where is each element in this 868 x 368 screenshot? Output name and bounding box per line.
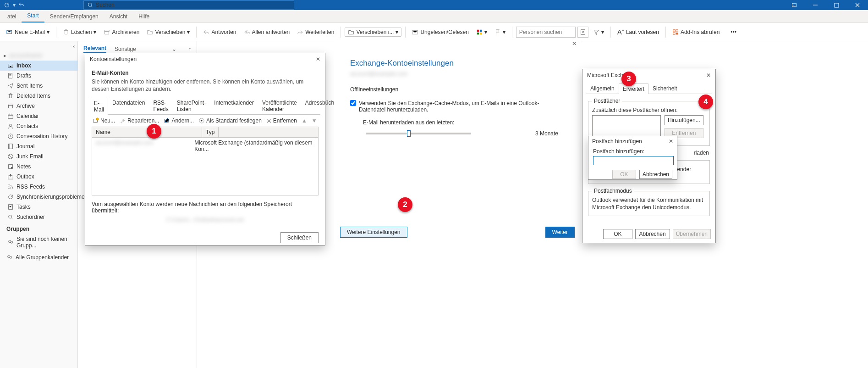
search-icon bbox=[7, 214, 14, 220]
accset-close-icon[interactable]: ✕ bbox=[316, 56, 320, 62]
folder-archive[interactable]: Archive bbox=[0, 101, 77, 111]
msex-cancel-button[interactable]: Abbrechen bbox=[635, 229, 670, 239]
forward-button[interactable]: Weiterleiten bbox=[294, 27, 337, 37]
addpf-input[interactable] bbox=[593, 156, 674, 165]
folder-notes[interactable]: Notes bbox=[0, 162, 77, 172]
msex-tab-security[interactable]: Sicherheit bbox=[648, 83, 681, 94]
folder-synchronisierungsprobleme[interactable]: Synchronisierungsprobleme3 bbox=[0, 192, 77, 202]
categorize-button[interactable]: ▾ bbox=[473, 27, 490, 37]
maximize-icon[interactable] bbox=[826, 0, 847, 10]
menu-start[interactable]: Start bbox=[22, 10, 44, 22]
accset-repair-button[interactable]: Reparieren... bbox=[120, 117, 159, 124]
no-groups-item[interactable]: Sie sind noch keinen Grupp... bbox=[0, 234, 77, 251]
accset-up-icon[interactable]: ▲ bbox=[302, 117, 307, 124]
folder-calendar[interactable]: Calendar bbox=[0, 111, 77, 121]
tab-other[interactable]: Sonstige bbox=[115, 46, 136, 52]
folder-outbox[interactable]: Outbox bbox=[0, 172, 77, 182]
addpf-close-icon[interactable]: ✕ bbox=[669, 138, 673, 145]
all-group-calendars[interactable]: Alle Gruppenkalender bbox=[0, 251, 77, 262]
addpf-ok-button[interactable]: OK bbox=[612, 170, 636, 179]
folder-conversation-history[interactable]: Conversation History bbox=[0, 131, 77, 141]
collapse-nav-icon[interactable]: ‹ bbox=[0, 43, 77, 50]
reply-all-button[interactable]: Allen antworten bbox=[241, 27, 293, 37]
next-button[interactable]: Weiter bbox=[545, 227, 575, 238]
minimize-icon[interactable] bbox=[805, 0, 826, 10]
folder-inbox[interactable]: Inbox bbox=[0, 61, 77, 71]
filter-button[interactable]: ▾ bbox=[590, 27, 607, 37]
contact-icon bbox=[7, 123, 14, 129]
msex-apply-button[interactable]: Übernehmen bbox=[673, 229, 711, 239]
folder-suchordner[interactable]: Suchordner bbox=[0, 212, 77, 222]
accset-tab-5[interactable]: Veröffentlichte Kalender bbox=[258, 97, 301, 114]
quickstep-button[interactable]: Verschieben i...▾ bbox=[345, 28, 401, 37]
accset-remove-button[interactable]: Entfernen bbox=[266, 117, 297, 124]
tab-relevant[interactable]: Relevant bbox=[83, 45, 106, 53]
folder-sent-items[interactable]: Sent Items bbox=[0, 81, 77, 91]
msex-close-icon[interactable]: ✕ bbox=[706, 72, 711, 78]
accset-new-button[interactable]: Neu... bbox=[93, 117, 115, 124]
menu-view[interactable]: Ansicht bbox=[104, 11, 133, 22]
mailbox-mode-fieldset: Postfachmodus Outlook verwendet für die … bbox=[588, 188, 710, 216]
sort-arrow-icon[interactable]: ↑ bbox=[188, 46, 191, 52]
archive-button[interactable]: Archivieren bbox=[101, 27, 142, 37]
accset-foot-label: Vom ausgewählten Konto werden neue Nachr… bbox=[92, 201, 319, 214]
menu-file[interactable]: atei bbox=[2, 11, 22, 22]
new-mail-button[interactable]: Neue E-Mail▾ bbox=[4, 27, 52, 37]
sort-dropdown-icon[interactable]: ⌄ bbox=[172, 46, 176, 52]
more-settings-button[interactable]: Weitere Einstellungen bbox=[340, 227, 407, 238]
add-mailbox-button[interactable]: Hinzufügen... bbox=[665, 115, 703, 125]
sync-icon bbox=[7, 194, 14, 200]
folder-nav: ‹ ▸accountname InboxDraftsSent ItemsDele… bbox=[0, 41, 78, 368]
undo-icon[interactable] bbox=[18, 2, 25, 8]
unread-button[interactable]: Ungelesen/Gelesen bbox=[409, 27, 471, 37]
account-row[interactable]: account@example.comMicrosoft Exchange (s… bbox=[92, 138, 318, 154]
msex-tab-general[interactable]: Allgemein bbox=[586, 83, 619, 94]
folder-contacts[interactable]: Contacts bbox=[0, 121, 77, 131]
accset-tab-2[interactable]: RSS-Feeds bbox=[149, 97, 172, 114]
accset-close-button[interactable]: Schließen bbox=[280, 232, 319, 243]
addins-button[interactable]: Add-Ins abrufen bbox=[670, 27, 722, 37]
svg-rect-10 bbox=[480, 32, 482, 34]
sync-icon[interactable] bbox=[4, 2, 10, 8]
ribbon-options-icon[interactable] bbox=[784, 0, 805, 10]
accset-tab-3[interactable]: SharePoint-Listen bbox=[173, 97, 210, 114]
svg-rect-21 bbox=[8, 114, 13, 119]
global-search[interactable]: Suchen bbox=[83, 0, 294, 10]
inbox-icon bbox=[7, 62, 14, 69]
account-grid[interactable]: NameTyp account@example.comMicrosoft Exc… bbox=[92, 127, 319, 195]
move-button[interactable]: Verschieben▾ bbox=[144, 27, 192, 37]
accset-tab-0[interactable]: E-Mail bbox=[90, 98, 108, 115]
accset-change-button[interactable]: Ändern... bbox=[164, 117, 194, 124]
download-slider[interactable] bbox=[366, 133, 471, 134]
addressbook-button[interactable] bbox=[577, 27, 588, 38]
read-aloud-button[interactable]: A»Laut vorlesen bbox=[615, 26, 662, 38]
delete-button[interactable]: Löschen▾ bbox=[60, 27, 99, 37]
msex-tab-advanced[interactable]: Erweitert bbox=[619, 84, 648, 94]
addpf-cancel-button[interactable]: Abbrechen bbox=[639, 170, 672, 179]
more-button[interactable]: ••• bbox=[728, 27, 739, 37]
flag-button[interactable]: ▾ bbox=[492, 27, 508, 37]
groups-header[interactable]: Gruppen bbox=[0, 222, 77, 234]
accset-default-button[interactable]: Als Standard festlegen bbox=[198, 117, 262, 124]
menu-sendreceive[interactable]: Senden/Empfangen bbox=[44, 11, 104, 22]
accset-tab-4[interactable]: Internetkalender bbox=[210, 97, 258, 114]
svg-point-12 bbox=[582, 31, 584, 33]
reply-button[interactable]: Antworten bbox=[200, 27, 239, 37]
accset-desc: Sie können ein Konto hinzufügen oder ent… bbox=[92, 78, 319, 93]
accset-down-icon[interactable]: ▼ bbox=[312, 117, 317, 124]
folder-deleted-items[interactable]: Deleted Items bbox=[0, 91, 77, 101]
cache-mode-checkbox[interactable]: Verwenden Sie den Exchange-Cache-Modus, … bbox=[350, 100, 565, 113]
folder-drafts[interactable]: Drafts bbox=[0, 71, 77, 81]
close-icon[interactable] bbox=[847, 0, 868, 10]
folder-journal[interactable]: Journal bbox=[0, 141, 77, 151]
folder-tasks[interactable]: Tasks bbox=[0, 202, 77, 212]
qat-dropdown-icon[interactable]: ▾ bbox=[13, 2, 16, 8]
folder-junk-email[interactable]: Junk Email bbox=[0, 151, 77, 162]
msex-ok-button[interactable]: OK bbox=[603, 229, 632, 239]
accset-tab-1[interactable]: Datendateien bbox=[108, 97, 149, 114]
account-header[interactable]: ▸accountname bbox=[0, 50, 77, 61]
folder-rss-feeds[interactable]: RSS-Feeds bbox=[0, 182, 77, 192]
people-search-input[interactable] bbox=[516, 27, 576, 38]
menu-help[interactable]: Hilfe bbox=[133, 11, 155, 22]
exset-close-icon[interactable]: ✕ bbox=[572, 40, 577, 47]
